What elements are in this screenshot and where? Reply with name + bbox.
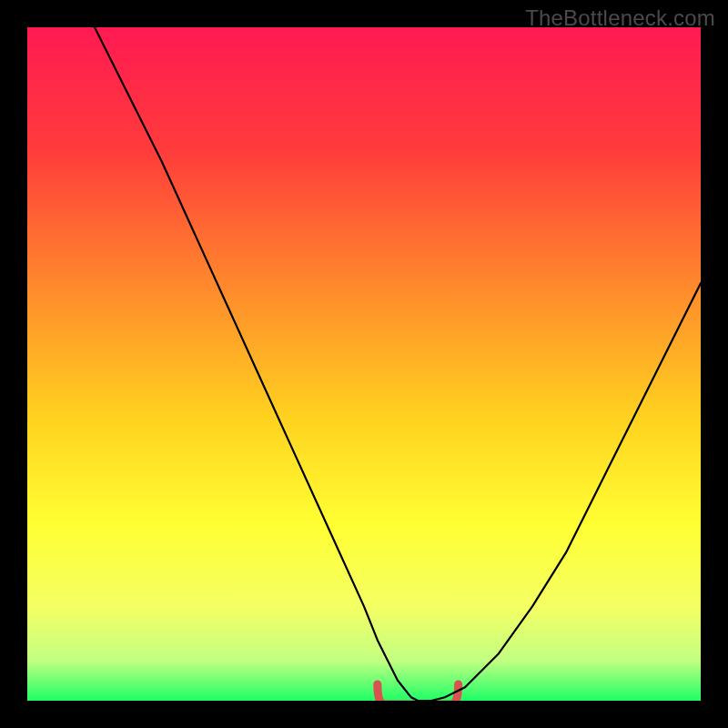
plot-area [27,27,701,701]
chart-frame: TheBottleneck.com [0,0,728,728]
bottleneck-chart [27,27,701,701]
gradient-background [27,27,701,701]
